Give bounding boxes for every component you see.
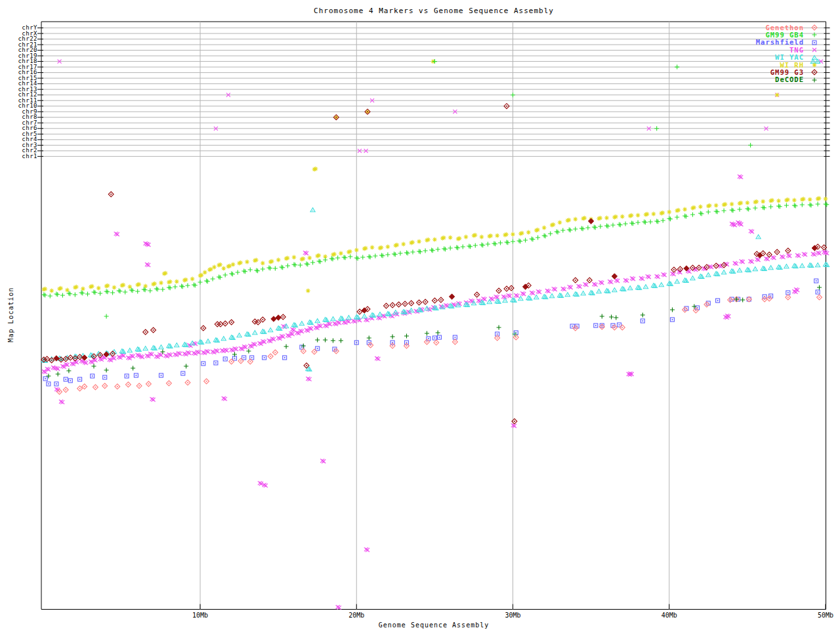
x-tick-label-30Mb: 30Mb <box>494 612 533 619</box>
legend-marker-cross-icon <box>810 46 819 54</box>
chart-figure: Chromosome 4 Markers vs Genome Sequence … <box>0 0 840 630</box>
legend-item-decode: DeCODE <box>656 76 819 84</box>
legend-label: GM99 GB4 <box>765 32 804 39</box>
legend-marker-plus-icon <box>810 31 819 39</box>
legend-label: GM99 G3 <box>770 69 804 76</box>
series-marshfield <box>43 279 820 386</box>
legend-label: DeCODE <box>775 76 804 83</box>
legend-marker-plus-icon <box>810 76 819 84</box>
x-tick-label-40Mb: 40Mb <box>650 612 689 619</box>
legend-label: Genethon <box>765 24 804 32</box>
plot-frame <box>41 22 826 610</box>
legend-marker-diamond-icon <box>810 24 819 32</box>
legend-item-wi_yac: WI YAC <box>656 54 819 62</box>
series-wi_rh <box>41 59 828 293</box>
legend-marker-diamond-icon <box>810 68 819 76</box>
x-tick-label-50Mb: 50Mb <box>806 612 840 619</box>
series-genethon <box>57 295 822 394</box>
legend-label: WI RH <box>780 62 804 69</box>
legend-marker-square-icon <box>810 39 819 47</box>
legend-item-marshfield: Marshfield <box>656 39 819 47</box>
legend-label: Marshfield <box>756 39 804 46</box>
legend-marker-triangle-icon <box>810 54 819 62</box>
x-tick-label-10Mb: 10Mb <box>180 612 220 619</box>
legend-label: TNG <box>789 47 804 54</box>
chrom-label-chr1: chr1 <box>0 154 37 159</box>
legend-marker-asterisk-icon <box>810 61 819 69</box>
series-tng <box>42 60 829 610</box>
x-tick-label-20Mb: 20Mb <box>337 612 376 619</box>
legend-label: WI YAC <box>775 54 804 61</box>
plot-canvas <box>0 0 840 630</box>
